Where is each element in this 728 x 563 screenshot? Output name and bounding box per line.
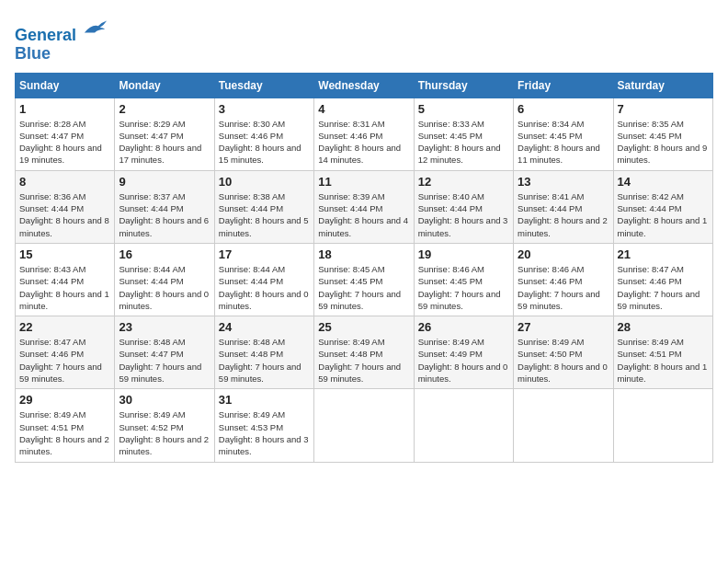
day-number: 1 — [19, 102, 110, 116]
calendar-cell: 2 Sunrise: 8:29 AM Sunset: 4:47 PM Dayli… — [115, 98, 214, 170]
day-number: 21 — [618, 247, 709, 261]
calendar-cell: 10 Sunrise: 8:38 AM Sunset: 4:44 PM Dayl… — [214, 170, 313, 243]
day-number: 28 — [618, 320, 709, 334]
day-info: Sunrise: 8:49 AM Sunset: 4:52 PM Dayligh… — [119, 408, 210, 457]
day-info: Sunrise: 8:46 AM Sunset: 4:46 PM Dayligh… — [518, 263, 609, 312]
calendar-cell: 24 Sunrise: 8:48 AM Sunset: 4:48 PM Dayl… — [214, 316, 313, 389]
calendar-cell: 14 Sunrise: 8:42 AM Sunset: 4:44 PM Dayl… — [613, 170, 712, 243]
day-info: Sunrise: 8:49 AM Sunset: 4:51 PM Dayligh… — [19, 408, 110, 457]
day-info: Sunrise: 8:39 AM Sunset: 4:44 PM Dayligh… — [318, 190, 409, 239]
day-number: 23 — [119, 320, 210, 334]
day-number: 22 — [19, 320, 110, 334]
day-info: Sunrise: 8:36 AM Sunset: 4:44 PM Dayligh… — [19, 190, 110, 239]
day-info: Sunrise: 8:44 AM Sunset: 4:44 PM Dayligh… — [119, 263, 210, 312]
day-info: Sunrise: 8:40 AM Sunset: 4:44 PM Dayligh… — [418, 190, 509, 239]
day-of-week-header: Monday — [115, 73, 214, 98]
day-number: 9 — [119, 175, 210, 189]
day-info: Sunrise: 8:49 AM Sunset: 4:50 PM Dayligh… — [518, 336, 609, 385]
calendar-cell: 28 Sunrise: 8:49 AM Sunset: 4:51 PM Dayl… — [613, 316, 712, 389]
day-info: Sunrise: 8:49 AM Sunset: 4:53 PM Dayligh… — [219, 408, 310, 457]
calendar-cell: 17 Sunrise: 8:44 AM Sunset: 4:44 PM Dayl… — [214, 243, 313, 316]
calendar-table: SundayMondayTuesdayWednesdayThursdayFrid… — [15, 73, 713, 463]
day-number: 2 — [119, 102, 210, 116]
calendar-cell: 5 Sunrise: 8:33 AM Sunset: 4:45 PM Dayli… — [414, 98, 513, 170]
calendar-cell: 13 Sunrise: 8:41 AM Sunset: 4:44 PM Dayl… — [514, 170, 613, 243]
day-number: 7 — [618, 102, 709, 116]
day-info: Sunrise: 8:33 AM Sunset: 4:45 PM Dayligh… — [418, 118, 509, 167]
day-of-week-header: Sunday — [16, 73, 115, 98]
day-number: 20 — [518, 247, 609, 261]
day-number: 29 — [19, 393, 110, 407]
day-info: Sunrise: 8:42 AM Sunset: 4:44 PM Dayligh… — [618, 190, 709, 239]
day-info: Sunrise: 8:35 AM Sunset: 4:45 PM Dayligh… — [618, 118, 709, 167]
day-of-week-header: Friday — [514, 73, 613, 98]
day-number: 30 — [119, 393, 210, 407]
day-info: Sunrise: 8:49 AM Sunset: 4:48 PM Dayligh… — [318, 336, 409, 385]
day-info: Sunrise: 8:38 AM Sunset: 4:44 PM Dayligh… — [219, 190, 310, 239]
day-number: 15 — [19, 247, 110, 261]
day-info: Sunrise: 8:29 AM Sunset: 4:47 PM Dayligh… — [119, 118, 210, 167]
day-info: Sunrise: 8:41 AM Sunset: 4:44 PM Dayligh… — [518, 190, 609, 239]
day-number: 25 — [318, 320, 409, 334]
calendar-cell: 7 Sunrise: 8:35 AM Sunset: 4:45 PM Dayli… — [613, 98, 712, 170]
day-info: Sunrise: 8:43 AM Sunset: 4:44 PM Dayligh… — [19, 263, 110, 312]
calendar-cell: 23 Sunrise: 8:48 AM Sunset: 4:47 PM Dayl… — [115, 316, 214, 389]
day-number: 12 — [418, 175, 509, 189]
day-info: Sunrise: 8:48 AM Sunset: 4:47 PM Dayligh… — [119, 336, 210, 385]
day-info: Sunrise: 8:37 AM Sunset: 4:44 PM Dayligh… — [119, 190, 210, 239]
day-number: 4 — [318, 102, 409, 116]
calendar-cell — [414, 389, 513, 462]
day-info: Sunrise: 8:30 AM Sunset: 4:46 PM Dayligh… — [219, 118, 310, 167]
day-of-week-header: Wednesday — [314, 73, 414, 98]
calendar-cell: 9 Sunrise: 8:37 AM Sunset: 4:44 PM Dayli… — [115, 170, 214, 243]
day-info: Sunrise: 8:44 AM Sunset: 4:44 PM Dayligh… — [219, 263, 310, 312]
calendar-cell: 22 Sunrise: 8:47 AM Sunset: 4:46 PM Dayl… — [16, 316, 115, 389]
calendar-cell: 3 Sunrise: 8:30 AM Sunset: 4:46 PM Dayli… — [214, 98, 313, 170]
day-of-week-header: Thursday — [414, 73, 513, 98]
day-number: 16 — [119, 247, 210, 261]
day-number: 13 — [518, 175, 609, 189]
day-number: 11 — [318, 175, 409, 189]
day-number: 27 — [518, 320, 609, 334]
calendar-cell: 30 Sunrise: 8:49 AM Sunset: 4:52 PM Dayl… — [115, 389, 214, 462]
calendar-cell: 8 Sunrise: 8:36 AM Sunset: 4:44 PM Dayli… — [16, 170, 115, 243]
day-info: Sunrise: 8:46 AM Sunset: 4:45 PM Dayligh… — [418, 263, 509, 312]
calendar-cell: 6 Sunrise: 8:34 AM Sunset: 4:45 PM Dayli… — [514, 98, 613, 170]
day-number: 5 — [418, 102, 509, 116]
calendar-cell: 29 Sunrise: 8:49 AM Sunset: 4:51 PM Dayl… — [16, 389, 115, 462]
calendar-cell: 12 Sunrise: 8:40 AM Sunset: 4:44 PM Dayl… — [414, 170, 513, 243]
calendar-cell — [514, 389, 613, 462]
day-info: Sunrise: 8:31 AM Sunset: 4:46 PM Dayligh… — [318, 118, 409, 167]
day-number: 17 — [219, 247, 310, 261]
day-number: 10 — [219, 175, 310, 189]
day-of-week-header: Saturday — [613, 73, 712, 98]
day-info: Sunrise: 8:48 AM Sunset: 4:48 PM Dayligh… — [219, 336, 310, 385]
day-number: 24 — [219, 320, 310, 334]
logo: General Blue — [15, 15, 108, 63]
logo-text-blue: Blue — [15, 44, 51, 63]
calendar-cell: 16 Sunrise: 8:44 AM Sunset: 4:44 PM Dayl… — [115, 243, 214, 316]
day-info: Sunrise: 8:47 AM Sunset: 4:46 PM Dayligh… — [618, 263, 709, 312]
calendar-cell: 18 Sunrise: 8:45 AM Sunset: 4:45 PM Dayl… — [314, 243, 414, 316]
calendar-cell: 21 Sunrise: 8:47 AM Sunset: 4:46 PM Dayl… — [613, 243, 712, 316]
day-number: 26 — [418, 320, 509, 334]
calendar-cell: 31 Sunrise: 8:49 AM Sunset: 4:53 PM Dayl… — [214, 389, 313, 462]
calendar-cell: 26 Sunrise: 8:49 AM Sunset: 4:49 PM Dayl… — [414, 316, 513, 389]
calendar-cell: 19 Sunrise: 8:46 AM Sunset: 4:45 PM Dayl… — [414, 243, 513, 316]
day-info: Sunrise: 8:45 AM Sunset: 4:45 PM Dayligh… — [318, 263, 409, 312]
day-of-week-header: Tuesday — [214, 73, 313, 98]
logo-text-general: General — [15, 26, 76, 44]
day-info: Sunrise: 8:49 AM Sunset: 4:49 PM Dayligh… — [418, 336, 509, 385]
calendar-cell: 1 Sunrise: 8:28 AM Sunset: 4:47 PM Dayli… — [16, 98, 115, 170]
calendar-cell — [613, 389, 712, 462]
day-number: 19 — [418, 247, 509, 261]
day-number: 31 — [219, 393, 310, 407]
calendar-cell: 15 Sunrise: 8:43 AM Sunset: 4:44 PM Dayl… — [16, 243, 115, 316]
day-info: Sunrise: 8:34 AM Sunset: 4:45 PM Dayligh… — [518, 118, 609, 167]
calendar-cell: 27 Sunrise: 8:49 AM Sunset: 4:50 PM Dayl… — [514, 316, 613, 389]
logo-bird-icon — [83, 15, 108, 40]
page-header: General Blue — [15, 15, 713, 63]
calendar-cell: 25 Sunrise: 8:49 AM Sunset: 4:48 PM Dayl… — [314, 316, 414, 389]
day-info: Sunrise: 8:47 AM Sunset: 4:46 PM Dayligh… — [19, 336, 110, 385]
day-number: 18 — [318, 247, 409, 261]
